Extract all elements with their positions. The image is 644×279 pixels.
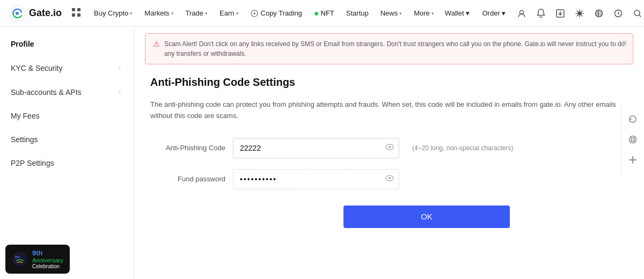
svg-rect-3 [77, 8, 80, 11]
sidebar-item-subaccounts[interactable]: Sub-accounts & APIs ﹤ [0, 80, 134, 104]
alert-icon: ⚠ [153, 40, 160, 48]
order-arrow: ▾ [502, 9, 506, 17]
more-arrow: ▾ [431, 11, 434, 16]
wallet-arrow: ▾ [466, 9, 470, 17]
sidebar-item-p2p[interactable]: P2P Settings [0, 151, 134, 175]
alert-close-button[interactable]: × [623, 38, 627, 48]
fund-password-label: Fund password [150, 175, 225, 183]
grid-icon[interactable] [71, 8, 81, 19]
nav-more[interactable]: More▾ [408, 6, 440, 20]
language-icon[interactable] [590, 5, 608, 22]
anti-phishing-input[interactable] [233, 138, 399, 158]
fund-password-input-wrapper [233, 169, 399, 189]
nav-buy-crypto[interactable]: Buy Crypto▾ [89, 6, 138, 20]
svg-point-12 [12, 252, 27, 267]
scam-alert-banner: ⚠ Scam Alert! Don't click on any links r… [145, 33, 633, 64]
nav-earn[interactable]: Earn▾ [214, 6, 244, 20]
main-content: ⚠ Scam Alert! Don't click on any links r… [134, 27, 644, 279]
anti-phishing-hint: (4~20 long, non-special characters) [412, 144, 513, 152]
logo[interactable]: Gate.io [9, 5, 62, 22]
refresh-icon[interactable] [625, 111, 641, 127]
fund-password-toggle-icon[interactable] [385, 175, 394, 183]
plus-icon[interactable] [625, 152, 641, 168]
news-arrow: ▾ [399, 11, 402, 16]
support-icon[interactable] [625, 131, 641, 148]
page-layout: Profile KYC & Security ﹤ Sub-accounts & … [0, 27, 644, 279]
nav-nft[interactable]: ● NFT [309, 5, 340, 21]
main-nav: Buy Crypto▾ Markets▾ Trade▾ Earn▾ Copy T… [89, 5, 440, 21]
clock-icon[interactable] [610, 5, 627, 22]
header-right: Wallet▾ Order▾ [440, 5, 644, 22]
svg-point-15 [389, 146, 391, 148]
header: Gate.io Buy Crypto▾ Markets▾ Trade▾ Earn… [0, 0, 644, 27]
earn-arrow: ▾ [236, 11, 239, 16]
anti-phishing-label: Anti-Phishing Code [150, 144, 225, 152]
download-icon[interactable] [552, 5, 569, 22]
wallet-button[interactable]: Wallet▾ [440, 6, 475, 20]
kyc-chevron: ﹤ [116, 63, 123, 72]
svg-point-17 [389, 177, 391, 179]
search-icon[interactable] [629, 5, 644, 22]
account-icon[interactable] [513, 5, 530, 22]
svg-rect-2 [72, 8, 75, 11]
trade-arrow: ▾ [205, 11, 208, 16]
nav-trade[interactable]: Trade▾ [180, 6, 213, 20]
nav-copy-trading[interactable]: Copy Trading [245, 6, 308, 20]
anniversary-banner[interactable]: 9th 9th Anniversary Celebration [5, 245, 70, 274]
svg-text:9th: 9th [15, 255, 20, 259]
bell-icon[interactable] [532, 5, 550, 22]
sidebar-item-fees[interactable]: My Fees [0, 104, 134, 128]
svg-point-1 [16, 12, 19, 15]
nav-startup[interactable]: Startup [341, 6, 374, 20]
theme-icon[interactable] [571, 5, 588, 22]
logo-text: Gate.io [29, 8, 62, 19]
ok-button[interactable]: OK [343, 205, 510, 228]
right-sidebar-icons [621, 106, 644, 173]
svg-point-18 [630, 136, 636, 143]
ok-button-wrapper: OK [225, 200, 628, 233]
subaccounts-chevron: ﹤ [116, 87, 123, 97]
order-button[interactable]: Order▾ [477, 6, 511, 20]
anti-phishing-input-wrapper [233, 138, 399, 158]
page-description: The anti-phishing code can protect you f… [150, 99, 628, 122]
markets-arrow: ▾ [171, 11, 174, 16]
anti-phishing-row: Anti-Phishing Code (4~20 long, non-speci… [150, 138, 628, 158]
nav-news[interactable]: News▾ [375, 6, 408, 20]
sidebar-item-settings[interactable]: Settings [0, 128, 134, 151]
page-content: Anti-Phishing Code Settings The anti-phi… [134, 71, 644, 249]
fund-password-input[interactable] [233, 169, 399, 189]
nav-markets[interactable]: Markets▾ [139, 6, 179, 20]
buy-crypto-arrow: ▾ [130, 11, 133, 16]
svg-rect-5 [77, 13, 80, 17]
fund-password-row: Fund password [150, 169, 628, 189]
anti-phishing-toggle-icon[interactable] [385, 144, 394, 152]
nft-dot: ● [314, 9, 319, 18]
svg-rect-4 [72, 13, 75, 17]
anniversary-text: 9th Anniversary Celebration [32, 249, 63, 269]
sidebar: Profile KYC & Security ﹤ Sub-accounts & … [0, 27, 134, 279]
sidebar-item-profile[interactable]: Profile [0, 32, 134, 56]
page-title: Anti-Phishing Code Settings [150, 76, 628, 89]
sidebar-item-kyc[interactable]: KYC & Security ﹤ [0, 56, 134, 80]
